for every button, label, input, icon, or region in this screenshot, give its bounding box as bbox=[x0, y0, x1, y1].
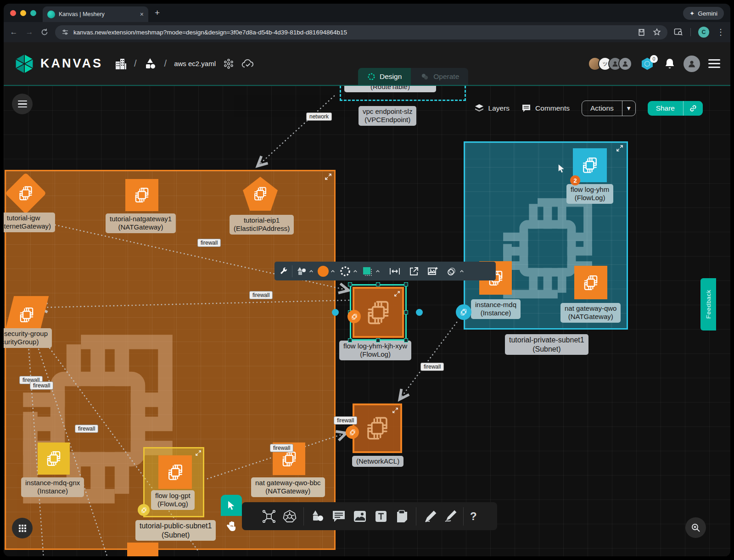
zoom-button[interactable] bbox=[685, 517, 706, 538]
zoom-window-button[interactable] bbox=[30, 10, 36, 16]
node-label-flowlog-kjh[interactable]: flow log-yhm-kjh-xyw(FlowLog) bbox=[339, 341, 411, 360]
cloud-save-icon[interactable] bbox=[241, 59, 254, 69]
node-label-security-group[interactable]: tutorial-security-group(SecurityGroup) bbox=[4, 328, 52, 348]
search-tabs-icon[interactable] bbox=[674, 28, 683, 36]
save-icon[interactable] bbox=[638, 28, 645, 36]
chevron-up-icon[interactable] bbox=[330, 269, 336, 274]
site-settings-icon[interactable] bbox=[62, 28, 69, 36]
collapse-icon[interactable] bbox=[196, 450, 201, 456]
node-nat-gateway-qwo[interactable] bbox=[574, 266, 607, 299]
mesh-sync-icon[interactable] bbox=[223, 58, 234, 69]
node-label-natgateway1[interactable]: tutorial-natgateway1(NATGateway) bbox=[106, 213, 176, 233]
url-field[interactable]: kanvas.new/extension/meshmap?mode=design… bbox=[55, 25, 667, 39]
resize-handle-e[interactable] bbox=[404, 310, 408, 314]
comment-tool-icon[interactable] bbox=[331, 510, 346, 523]
chevron-up-icon[interactable] bbox=[308, 269, 314, 274]
node-nat-gateway-1[interactable] bbox=[125, 179, 158, 211]
node-label-flowlog-gpt[interactable]: flow log-gpt(FlowLog) bbox=[151, 490, 195, 510]
node-label-natgateway-bbc[interactable]: nat gateway-qwo-bbc(NATGateway) bbox=[251, 477, 325, 497]
node-label-eip1[interactable]: tutorial-eip1(ElasticIPAddress) bbox=[230, 215, 294, 235]
fill-color-tool[interactable] bbox=[318, 266, 336, 277]
new-tab-button[interactable]: + bbox=[155, 8, 160, 18]
networkacl-badge[interactable] bbox=[346, 426, 359, 439]
resize-width-icon[interactable] bbox=[389, 267, 401, 276]
node-label-natgateway-qwo[interactable]: nat gateway-qwo(NATGateway) bbox=[560, 303, 621, 323]
pencil-tool-icon[interactable] bbox=[443, 510, 457, 523]
select-tool-button[interactable] bbox=[221, 495, 242, 516]
pan-tool-button[interactable] bbox=[221, 516, 242, 537]
component-node-icon[interactable] bbox=[262, 510, 276, 523]
collapse-icon[interactable] bbox=[616, 145, 623, 151]
chevron-up-icon[interactable] bbox=[459, 269, 465, 274]
collaborator-avatars[interactable]: ツ bbox=[588, 57, 632, 71]
back-icon[interactable]: ← bbox=[9, 28, 18, 37]
node-label-instance-mdq[interactable]: instance-mdq(Instance) bbox=[471, 299, 521, 319]
actions-button[interactable]: Actions ▾ bbox=[582, 101, 636, 116]
node-instance-gnx[interactable] bbox=[38, 442, 70, 475]
pen-tool-icon[interactable] bbox=[423, 510, 437, 523]
node-label-flowlog-yhm[interactable]: flow log-yhm(FlowLog) bbox=[566, 184, 613, 204]
reload-icon[interactable] bbox=[40, 28, 49, 36]
collaborator-avatar[interactable] bbox=[618, 57, 632, 71]
designs-icon[interactable] bbox=[144, 58, 157, 70]
kanvas-brand[interactable]: KANVAS bbox=[14, 53, 103, 75]
border-style-tool[interactable] bbox=[339, 265, 358, 277]
shapes-tool-icon[interactable] bbox=[310, 510, 325, 523]
canvas-menu-button[interactable] bbox=[12, 94, 33, 114]
resize-handle-nw[interactable] bbox=[348, 282, 352, 286]
share-button[interactable]: Share bbox=[648, 101, 703, 116]
collapse-icon[interactable] bbox=[325, 174, 331, 180]
chevron-up-icon[interactable] bbox=[375, 269, 381, 274]
collapse-icon[interactable] bbox=[392, 408, 398, 413]
shapes-tool[interactable] bbox=[296, 266, 314, 276]
tab-design[interactable]: Design bbox=[358, 68, 411, 85]
widgets-button[interactable] bbox=[12, 518, 33, 538]
flowlog-gpt-badge[interactable] bbox=[138, 504, 150, 516]
notification-bell-icon[interactable] bbox=[664, 58, 675, 70]
layers-button[interactable]: Layers bbox=[474, 104, 510, 113]
tab-operate[interactable]: Operate bbox=[411, 68, 468, 85]
user-avatar[interactable] bbox=[684, 56, 700, 72]
chevron-up-icon[interactable] bbox=[353, 269, 358, 274]
add-image-icon[interactable] bbox=[427, 266, 438, 276]
lens-tool[interactable] bbox=[447, 266, 465, 276]
open-external-icon[interactable] bbox=[409, 266, 419, 276]
window-controls[interactable] bbox=[4, 10, 43, 16]
flowlog-kjh-badge[interactable] bbox=[347, 310, 361, 323]
node-label-instance-gnx[interactable]: instance-mdq-gnx(Instance) bbox=[21, 477, 84, 497]
node-label-public-subnet[interactable]: tutorial-public-subnet1(Subnet) bbox=[135, 520, 216, 541]
resize-handle-s[interactable] bbox=[376, 338, 380, 342]
feedback-tab[interactable]: Feedback bbox=[700, 278, 716, 330]
resize-handle-n[interactable] bbox=[376, 282, 380, 286]
close-window-button[interactable] bbox=[10, 10, 16, 16]
connection-dot-right[interactable] bbox=[416, 309, 423, 316]
node-flowlog-kjh-selected[interactable] bbox=[353, 287, 404, 338]
node-label-routetable[interactable]: (RouteTable) bbox=[344, 86, 436, 92]
note-tool-icon[interactable] bbox=[395, 510, 409, 523]
design-file-name[interactable]: aws ec2.yaml bbox=[174, 60, 216, 67]
node-label-private-subnet[interactable]: tutorial-private-subnet1(Subnet) bbox=[505, 334, 588, 355]
node-label-networkacl[interactable]: (NetworkACL) bbox=[352, 456, 403, 467]
connection-dot-left[interactable] bbox=[332, 309, 339, 316]
kubernetes-icon[interactable] bbox=[282, 509, 297, 524]
organization-icon[interactable] bbox=[115, 57, 127, 70]
help-button[interactable]: ? bbox=[470, 510, 477, 523]
tab-close-icon[interactable]: × bbox=[140, 11, 144, 18]
resize-handle-se[interactable] bbox=[404, 338, 408, 342]
browser-menu-icon[interactable]: ⋮ bbox=[717, 27, 725, 37]
forward-icon[interactable]: → bbox=[25, 28, 34, 37]
collapse-icon[interactable] bbox=[394, 291, 400, 297]
node-flowlog-gpt[interactable] bbox=[158, 455, 192, 489]
environment-badge[interactable]: 0 bbox=[640, 57, 656, 71]
browser-tab[interactable]: Kanvas | Meshery × bbox=[43, 6, 148, 22]
node-label-igw[interactable]: tutorial-igw(InternetGateway) bbox=[4, 213, 55, 232]
node-label-vpc-endpoint[interactable]: vpc endpoint-slz(VPCEndpoint) bbox=[359, 106, 416, 126]
bookmark-star-icon[interactable] bbox=[653, 28, 661, 36]
resize-handle-ne[interactable] bbox=[404, 282, 408, 286]
design-canvas[interactable]: (RouteTable) Layers Comments Actions bbox=[4, 86, 730, 556]
node-partially-visible[interactable] bbox=[127, 543, 158, 556]
resize-handle-sw[interactable] bbox=[348, 338, 352, 342]
image-tool-icon[interactable] bbox=[353, 510, 367, 523]
comments-button[interactable]: Comments bbox=[521, 104, 570, 113]
text-tool-icon[interactable] bbox=[374, 510, 388, 523]
